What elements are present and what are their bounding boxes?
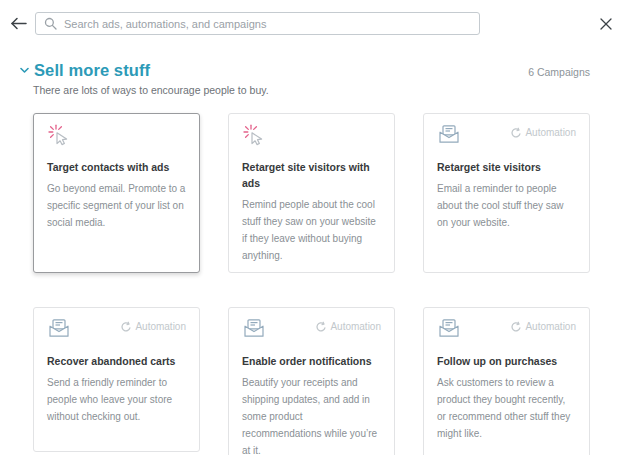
campaign-card-retarget-site-visitors[interactable]: Automation Retarget site visitors Email … bbox=[423, 113, 590, 273]
automation-badge: Automation bbox=[510, 321, 576, 332]
automation-badge: Automation bbox=[510, 127, 576, 138]
campaign-card-enable-order-notifications[interactable]: Automation Enable order notifications Be… bbox=[228, 307, 395, 455]
card-description: Send a friendly reminder to people who l… bbox=[47, 374, 186, 425]
campaign-card-retarget-site-visitors-with-ads[interactable]: Retarget site visitors with ads Remind p… bbox=[228, 113, 395, 273]
close-button[interactable] bbox=[600, 18, 612, 30]
envelope-icon bbox=[437, 318, 461, 338]
campaign-card-follow-up-on-purchases[interactable]: Automation Follow up on purchases Ask cu… bbox=[423, 307, 590, 455]
close-icon bbox=[600, 18, 612, 30]
campaign-count: 6 Campaigns bbox=[528, 66, 590, 78]
envelope-icon bbox=[437, 124, 461, 144]
card-title: Retarget site visitors bbox=[437, 159, 576, 175]
card-title: Enable order notifications bbox=[242, 353, 381, 369]
campaign-card-target-contacts-with-ads[interactable]: Target contacts with ads Go beyond email… bbox=[33, 113, 200, 273]
card-description: Email a reminder to people about the coo… bbox=[437, 180, 576, 231]
campaign-card-grid: Target contacts with ads Go beyond email… bbox=[33, 113, 590, 455]
back-arrow-icon bbox=[10, 17, 27, 30]
search-input[interactable] bbox=[64, 18, 471, 30]
section-collapse-toggle[interactable] bbox=[20, 62, 29, 77]
automation-badge-label: Automation bbox=[525, 127, 576, 138]
automation-loop-icon bbox=[510, 127, 521, 138]
card-description: Ask customers to review a product they b… bbox=[437, 374, 576, 442]
automation-loop-icon bbox=[315, 321, 326, 332]
cursor-click-icon bbox=[242, 124, 263, 146]
card-title: Target contacts with ads bbox=[47, 159, 186, 175]
card-title: Follow up on purchases bbox=[437, 353, 576, 369]
sell-more-stuff-section: Sell more stuff 6 Campaigns There are lo… bbox=[0, 60, 626, 455]
card-description: Beautify your receipts and shipping upda… bbox=[242, 374, 381, 455]
search-icon bbox=[44, 17, 57, 30]
automation-badge: Automation bbox=[315, 321, 381, 332]
automation-badge-label: Automation bbox=[330, 321, 381, 332]
back-button[interactable] bbox=[10, 17, 27, 30]
automation-loop-icon bbox=[510, 321, 521, 332]
section-subtitle: There are lots of ways to encourage peop… bbox=[33, 84, 590, 97]
envelope-icon bbox=[47, 318, 71, 338]
automation-badge-label: Automation bbox=[135, 321, 186, 332]
chevron-down-icon bbox=[20, 67, 29, 74]
envelope-icon bbox=[242, 318, 266, 338]
card-description: Remind people about the cool stuff they … bbox=[242, 196, 381, 264]
section-title: Sell more stuff bbox=[34, 60, 150, 80]
cursor-click-icon bbox=[47, 124, 68, 146]
automation-badge: Automation bbox=[120, 321, 186, 332]
card-description: Go beyond email. Promote to a specific s… bbox=[47, 180, 186, 231]
automation-loop-icon bbox=[120, 321, 131, 332]
search-box[interactable] bbox=[35, 12, 480, 35]
topbar bbox=[0, 0, 626, 39]
campaign-picker-window: Sell more stuff 6 Campaigns There are lo… bbox=[0, 0, 626, 455]
card-title: Retarget site visitors with ads bbox=[242, 159, 381, 191]
automation-badge-label: Automation bbox=[525, 321, 576, 332]
card-title: Recover abandoned carts bbox=[47, 353, 186, 369]
campaign-card-recover-abandoned-carts[interactable]: Automation Recover abandoned carts Send … bbox=[33, 307, 200, 452]
